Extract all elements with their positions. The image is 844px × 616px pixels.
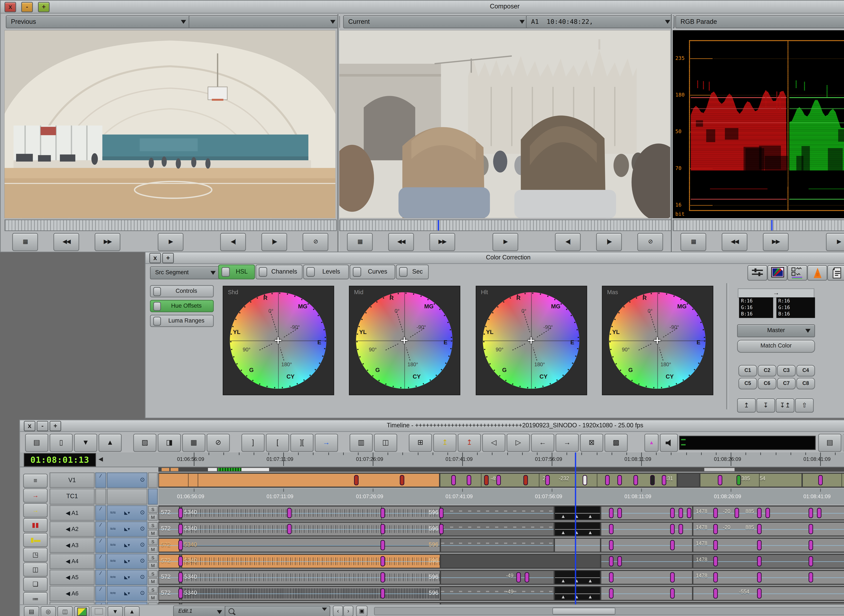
clip-marker-icon[interactable] (670, 540, 675, 550)
clip-segment[interactable]: 572 (159, 506, 180, 520)
power-icon[interactable]: ⊙ (140, 509, 145, 516)
group-enable-checkbox[interactable] (153, 302, 161, 311)
sidebar-tool-6[interactable]: ◫ (23, 563, 48, 577)
track-pen-cell[interactable] (95, 488, 106, 505)
focus-button[interactable]: ▣ (356, 606, 368, 616)
clip-marker-icon[interactable] (713, 572, 718, 582)
tab-enable-checkbox[interactable] (306, 267, 315, 277)
clip-marker-icon[interactable] (545, 475, 550, 485)
waveform-icon[interactable]: ≈≈ (110, 542, 116, 548)
track-pen-cell[interactable]: ∕ (95, 521, 106, 537)
solo-button[interactable]: S (148, 506, 158, 513)
transport-play-button[interactable]: ▶ (826, 233, 844, 251)
previous-monitor-menu2[interactable] (189, 16, 340, 28)
mute-button[interactable]: M (148, 594, 158, 601)
tab-enable-checkbox[interactable] (222, 267, 230, 277)
sidebar-tool-4[interactable]: ▮▬ (23, 533, 48, 547)
clip-marker-icon[interactable] (809, 508, 813, 518)
clip-segment[interactable]: 5340596 (182, 586, 440, 600)
clip-marker-icon[interactable] (617, 508, 622, 518)
power-icon[interactable]: ⊙ (140, 541, 145, 548)
power-icon[interactable]: ⊙ (140, 476, 145, 483)
clip-marker-icon[interactable] (713, 524, 718, 534)
timeline-toolbar-button[interactable]: ] (241, 434, 264, 452)
clip-marker-icon[interactable] (609, 588, 614, 598)
timeline-toolbar-button[interactable]: ▷ (506, 434, 530, 452)
clip-segment[interactable] (440, 603, 844, 604)
promote-up-icon[interactable]: ↥ (737, 399, 756, 413)
group-enable-checkbox[interactable] (153, 317, 161, 326)
track-content-a4[interactable]: 5725340596▲▲▲1478 (159, 554, 844, 569)
current-playhead[interactable] (438, 220, 439, 230)
clip-segment[interactable]: 5340 (182, 603, 440, 604)
timeline-toolbar-button[interactable]: ▼ (74, 434, 97, 452)
timeline-toolbar-button[interactable]: ▲ (98, 434, 122, 452)
correction-bucket-c1[interactable]: C1 (738, 365, 757, 377)
timeline-titlebar[interactable]: x - + Timeline - +++++++++++++++++++++++… (20, 420, 844, 432)
mute-button[interactable]: M (148, 562, 158, 569)
transport-rewind-button[interactable]: ◀◀ (388, 233, 414, 251)
safe-color-warning-icon[interactable] (807, 265, 827, 281)
solo-button[interactable]: S (148, 603, 158, 604)
transport-quad-button[interactable]: ▦ (680, 233, 706, 251)
track-label-tc1[interactable]: TC1 (50, 488, 95, 505)
track-label-v1[interactable]: V1 (50, 472, 95, 488)
clip-marker-icon[interactable] (809, 540, 813, 550)
timeline-playhead[interactable] (575, 452, 576, 604)
clip-marker-icon[interactable] (380, 540, 385, 550)
clip-marker-icon[interactable] (713, 588, 718, 598)
current-timecode-menu[interactable]: A1 10:40:48:22, (526, 16, 675, 28)
clip-marker-icon[interactable] (757, 588, 762, 598)
timeline-view-menu[interactable]: Edit.1 (173, 606, 227, 616)
power-icon[interactable]: ⊙ (140, 590, 145, 596)
clip-marker-icon[interactable] (609, 508, 614, 518)
clip-segment[interactable] (700, 473, 802, 487)
clip-marker-icon[interactable] (287, 524, 292, 534)
clip-marker-icon[interactable] (287, 508, 292, 518)
track-label-a6[interactable]: ◀ A6 (50, 586, 95, 601)
power-icon[interactable]: ⊙ (140, 573, 145, 580)
clip-marker-icon[interactable] (517, 572, 521, 582)
group-button-hue-offsets[interactable]: Hue Offsets (150, 300, 214, 312)
clip-marker-icon[interactable] (809, 556, 813, 566)
solo-button[interactable]: S (148, 554, 158, 561)
sidebar-tool-1[interactable]: → (23, 488, 48, 503)
tab-sec[interactable]: Sec (396, 264, 429, 279)
sidebar-tool-7[interactable]: ❏ (23, 577, 48, 591)
track-content-a6[interactable]: 5725340596▲▲▲▲▲▲-49-554 (159, 586, 844, 601)
timeline-toolbar-button[interactable]: ← (531, 434, 554, 452)
wheel-center-crosshair[interactable]: + (653, 334, 662, 346)
clip-segment[interactable]: 572 (159, 570, 180, 584)
clip-marker-icon[interactable] (380, 556, 385, 566)
clip-marker-icon[interactable] (178, 588, 183, 598)
clip-marker-icon[interactable] (178, 556, 183, 566)
clip-segment[interactable]: 5340596 (182, 570, 440, 584)
clip-marker-icon[interactable] (678, 508, 683, 518)
transport-step-back-button[interactable]: ◀| (555, 233, 581, 251)
clip-marker-icon[interactable] (757, 524, 762, 534)
hue-wheel-circle[interactable]: R0°MG-90°E180°CYG90°YL+ (356, 292, 452, 389)
waveform-icon[interactable]: ≈≈ (110, 526, 116, 532)
timeline-toolbar-button[interactable]: ▩ (605, 434, 628, 452)
hue-wheel-circle[interactable]: R0°MG-90°E180°CYG90°YL+ (230, 292, 326, 389)
track-pen-cell[interactable]: ∕ (95, 472, 106, 488)
timeline-toolbar-button[interactable]: ▯ (50, 434, 73, 452)
clip-marker-icon[interactable] (380, 588, 385, 598)
mute-button[interactable]: M (148, 546, 158, 553)
clip-segment[interactable]: 5340596 (182, 506, 440, 520)
track-label-a1[interactable]: ◀ A1 (50, 505, 95, 521)
clip-marker-icon[interactable] (609, 540, 614, 550)
correction-bucket-c6[interactable]: C6 (758, 378, 776, 390)
track-label-a7[interactable]: ◀ A7 (50, 602, 95, 604)
timeline-toolbar-button[interactable]: ◨ (158, 434, 181, 452)
clip-segment[interactable] (600, 554, 693, 568)
tab-hsl[interactable]: HSL (218, 264, 255, 279)
timeline-toolbar-button[interactable]: ◫ (374, 434, 397, 452)
tab-channels[interactable]: Channels (255, 264, 302, 279)
clip-segment[interactable]: 5340596 (182, 538, 440, 552)
clip-segment[interactable] (677, 473, 700, 487)
tab-levels[interactable]: Levels (303, 264, 349, 279)
timeline-toolbar-button[interactable]: ▨ (133, 434, 156, 452)
transport-play-button[interactable]: ▶ (493, 233, 518, 251)
clip-marker-icon[interactable] (178, 508, 183, 518)
